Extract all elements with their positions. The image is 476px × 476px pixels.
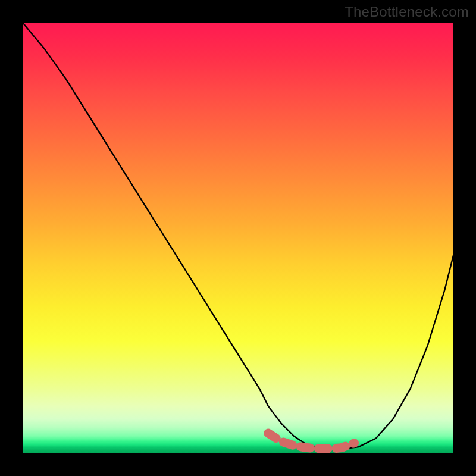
bottleneck-curve	[23, 23, 453, 449]
plot-area	[23, 23, 453, 453]
watermark-text: TheBottleneck.com	[345, 4, 469, 20]
curve-layer	[23, 23, 453, 453]
chart-frame: TheBottleneck.com	[0, 0, 476, 476]
trough-highlight	[268, 433, 355, 449]
